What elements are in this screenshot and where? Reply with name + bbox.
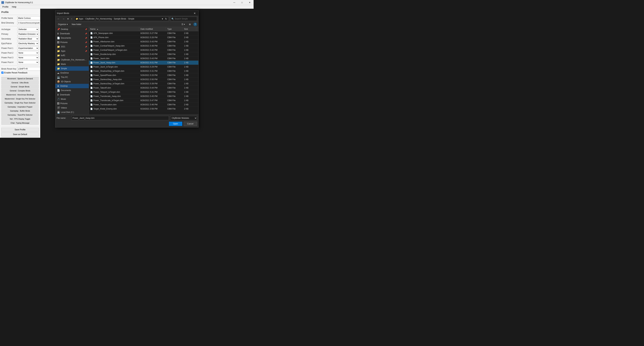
file-date-1: 8/28/2021 5:26 PM: [139, 36, 166, 39]
file-name-12: 📄Power_StarlessStep_toTarget.cbm: [89, 82, 139, 85]
file-row-4[interactable]: 📄Power_CombatTeleport_toTarget.cbm8/28/2…: [89, 48, 198, 52]
sidebar-item-year2021[interactable]: 📁2021📌: [55, 45, 89, 49]
main-content: Profile Profile Name Bind Directory Arch…: [0, 9, 254, 138]
file-row-11[interactable]: 📄Power_StarlessStep_Away.cbm8/28/2021 5:…: [89, 77, 198, 82]
filename-input[interactable]: [72, 116, 169, 120]
forward-button[interactable]: →: [62, 17, 66, 21]
sidebar-item-pictures2[interactable]: 🖼Pictures: [55, 101, 89, 106]
back-button[interactable]: ←: [57, 17, 60, 21]
file-row-10[interactable]: 📄Power_SpeedPhase.cbm5/26/2021 5:33 PMCB…: [89, 73, 198, 77]
file-date-14: 8/28/2021 5:41 PM: [139, 91, 166, 94]
col-header-type[interactable]: Type: [166, 27, 183, 31]
search-input[interactable]: [175, 18, 196, 20]
sidebar-item-documents2[interactable]: 📄Documents: [55, 88, 89, 93]
sidebar-item-desktop-pinned[interactable]: 📌Desktop📌: [55, 27, 89, 31]
file-type-0: CBM File: [166, 32, 183, 35]
col-header-date[interactable]: Date modified: [139, 27, 166, 31]
sidebar-label-year2021: 2021: [61, 46, 66, 48]
breadcrumb-apps[interactable]: Apps: [79, 18, 83, 20]
file-row-14[interactable]: 📄Power_Teleport_toTarget.cbm8/28/2021 5:…: [89, 90, 198, 94]
sidebar-icon-simple: 📁: [57, 67, 60, 70]
help-button[interactable]: ?: [193, 23, 197, 26]
file-row-13[interactable]: 📄Power_Takeoff.cbm8/28/2021 5:44 PMCBM F…: [89, 86, 198, 90]
file-size-9: 1 KB: [183, 70, 196, 73]
filetype-select[interactable]: CityBinder Modules: [170, 116, 197, 120]
sidebar-label-apps: Apps: [61, 50, 66, 52]
breadcrumb-dropdown-button[interactable]: ▾: [161, 17, 164, 21]
close-button[interactable]: ✕: [246, 0, 254, 5]
file-type-15: CBM File: [166, 95, 183, 98]
sidebar-item-simple[interactable]: 📁Simple: [55, 66, 89, 71]
file-row-12[interactable]: 📄Power_StarlessStep_toTarget.cbm8/28/202…: [89, 82, 198, 86]
sidebar-label-videos: Videos: [61, 107, 67, 109]
sidebar-icon-3dobjects: 📦: [57, 80, 60, 83]
open-button[interactable]: Open: [169, 122, 182, 126]
maximize-button[interactable]: □: [238, 0, 246, 5]
file-size-18: 2 KB: [183, 107, 196, 110]
sidebar-item-citybinder[interactable]: 📁CityBinder_For_Homecoming_v0.1: [55, 58, 89, 62]
search-bar: 🔍: [170, 17, 197, 21]
filename-row: File name: CityBinder Modules: [57, 116, 197, 120]
dropdown-button[interactable]: ▾: [67, 17, 69, 21]
file-row-8[interactable]: 📄Power_Jaunt_toTarget.cbm8/28/2021 5:29 …: [89, 65, 198, 69]
file-row-3[interactable]: 📄Power_CombatTeleport_Away.cbm8/28/2021 …: [89, 44, 198, 48]
dialog-close-button[interactable]: ✕: [193, 11, 197, 15]
file-name-5: 📄Power_DoubleJump.cbm: [89, 53, 139, 56]
view-details-button[interactable]: ⊞: [188, 23, 192, 26]
sidebar-item-desktop2[interactable]: 🖥Desktop: [55, 84, 89, 88]
new-folder-button[interactable]: New folder: [70, 23, 83, 26]
sidebar-item-buff1[interactable]: 📁buff1: [55, 53, 89, 58]
sidebar-icon-marie: 📁: [57, 63, 60, 66]
file-row-18[interactable]: 📄Target_Kheld_Enemy.cbm6/19/2021 3:56 PM…: [89, 107, 198, 111]
cancel-button[interactable]: Cancel: [184, 122, 197, 126]
file-name-0: 📄AFK_Newspaper.cbm: [89, 32, 139, 35]
file-size-14: 1 KB: [183, 91, 196, 94]
file-name-11: 📄Power_StarlessStep_Away.cbm: [89, 78, 139, 81]
sidebar-item-music[interactable]: 🎵Music: [55, 97, 89, 101]
sidebar-item-downloads2[interactable]: ⬇Downloads: [55, 93, 89, 97]
up-button[interactable]: ↑: [70, 17, 73, 21]
file-size-17: 2 KB: [183, 103, 196, 106]
file-row-15[interactable]: 📄Power_Translocate_Away.cbm8/28/2021 5:4…: [89, 94, 198, 98]
file-name-13: 📄Power_Takeoff.cbm: [89, 86, 139, 89]
sidebar-item-onedrive[interactable]: ☁OneDrive: [55, 71, 89, 75]
file-row-7[interactable]: 📄Power_Jaunt_Away.cbm8/28/2021 6:01 PMCB…: [89, 61, 198, 65]
menu-profile[interactable]: Profile: [1, 5, 10, 9]
breadcrumb-citybinder[interactable]: CityBinder_For_Homecoming: [85, 18, 112, 20]
sidebar-item-downloads[interactable]: ⬇Downloads📌: [55, 31, 89, 36]
file-row-16[interactable]: 📄Power_Translocate_toTarget.cbm8/28/2021…: [89, 98, 198, 103]
sidebar-icon-year2021: 📁: [57, 45, 60, 48]
file-type-13: CBM File: [166, 86, 183, 89]
minimize-button[interactable]: —: [230, 0, 238, 5]
dialog-bottom: File name: CityBinder Modules Open Cance…: [55, 114, 198, 127]
sidebar-item-thispc[interactable]: 💻This PC: [55, 75, 89, 79]
sidebar-item-3dobjects[interactable]: 📦3D Objects: [55, 79, 89, 84]
refresh-button[interactable]: ↻: [164, 17, 168, 21]
sidebar-item-pictures[interactable]: 🖼Pictures📌: [55, 40, 89, 45]
sidebar-item-videos[interactable]: 🎬Videos: [55, 106, 89, 110]
dialog-sidebar: 📌Desktop📌⬇Downloads📌📄Documents📌🖼Pictures…: [55, 27, 89, 114]
file-type-14: CBM File: [166, 91, 183, 94]
col-header-size[interactable]: Size: [183, 27, 196, 31]
sidebar-item-localDisk[interactable]: 💾Local Disk (C:): [55, 110, 89, 114]
file-row-1[interactable]: 📄AFK_Phone.cbm8/28/2021 5:26 PMCBM File2…: [89, 36, 198, 40]
view-list-button[interactable]: ☰ ▾: [180, 23, 186, 26]
file-row-2[interactable]: 📄Power_Afterburner.cbm8/28/2021 5:43 PMC…: [89, 40, 198, 44]
file-row-0[interactable]: 📄AFK_Newspaper.cbm8/28/2021 5:27 PMCBM F…: [89, 31, 198, 36]
breadcrumb-simple[interactable]: Simple: [128, 18, 134, 20]
file-row-5[interactable]: 📄Power_DoubleJump.cbm8/28/2021 5:43 PMCB…: [89, 52, 198, 56]
menu-help[interactable]: Help: [10, 5, 18, 9]
sidebar-item-documents[interactable]: 📄Documents📌: [55, 36, 89, 40]
breadcrumb-sample-binds[interactable]: Sample Binds: [114, 18, 126, 20]
file-row-6[interactable]: 📄Power_Jaunt.cbm8/28/2021 5:43 PMCBM Fil…: [89, 56, 198, 61]
file-name-17: 📄Power_Translocation.cbm: [89, 103, 139, 106]
sidebar-item-marie[interactable]: 📁Marie: [55, 62, 89, 66]
file-date-16: 8/28/2021 5:47 PM: [139, 99, 166, 102]
organize-button[interactable]: Organize ▾: [57, 23, 69, 26]
file-row-17[interactable]: 📄Power_Translocation.cbm8/28/2021 5:46 P…: [89, 103, 198, 107]
sidebar-item-apps[interactable]: 📁Apps📌: [55, 49, 89, 53]
sidebar-icon-downloads2: ⬇: [57, 93, 59, 96]
col-header-name[interactable]: Name ▲: [89, 27, 139, 31]
sidebar-icon-localDisk: 💾: [57, 111, 60, 114]
file-row-9[interactable]: 📄Power_ShadowStep_toTarget.cbm8/28/2021 …: [89, 69, 198, 73]
